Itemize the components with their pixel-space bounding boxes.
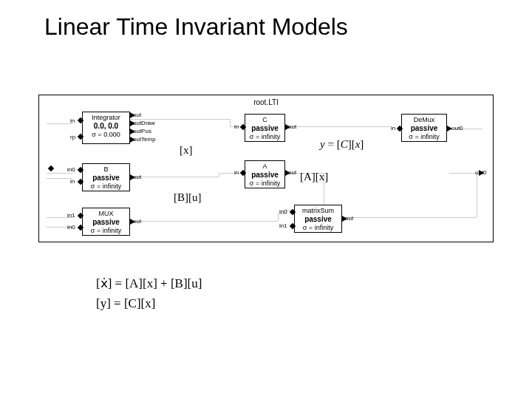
port-out-icon bbox=[130, 174, 135, 180]
block-DeMux[interactable]: DeMux passive σ = infinity bbox=[401, 114, 447, 142]
port-label: in1 bbox=[67, 212, 75, 219]
wire bbox=[477, 173, 477, 217]
port-out-icon bbox=[479, 170, 484, 176]
block-C[interactable]: C passive σ = infinity bbox=[245, 114, 285, 142]
slide-title: Linear Time Invariant Models bbox=[44, 13, 348, 41]
block-name: B bbox=[84, 166, 128, 174]
port-label: in1 bbox=[279, 222, 287, 229]
wire bbox=[47, 178, 72, 179]
wire bbox=[47, 123, 72, 124]
math-label-x: [x] bbox=[180, 144, 193, 157]
block-name: MUX bbox=[84, 210, 128, 218]
block-sigma: σ = infinity bbox=[247, 180, 283, 188]
wire bbox=[134, 177, 219, 177]
block-matrixSum[interactable]: matrixSum passive σ = infinity bbox=[294, 205, 342, 233]
block-name: C bbox=[247, 116, 283, 124]
root-label: root.LTI bbox=[253, 98, 279, 106]
block-state: passive bbox=[247, 124, 283, 133]
equation-2: [y] = [C][x] bbox=[96, 293, 202, 313]
port-label: in0 bbox=[279, 208, 287, 215]
port-label: in bbox=[70, 178, 75, 185]
port-label: outTemp bbox=[133, 136, 156, 143]
port-out-icon bbox=[130, 120, 135, 126]
block-sigma: σ = infinity bbox=[84, 227, 128, 235]
wire bbox=[379, 126, 390, 127]
port-out-icon bbox=[130, 137, 135, 143]
block-state: passive bbox=[247, 171, 283, 180]
wire bbox=[344, 217, 477, 218]
equations: [ẋ] = [A][x] + [B][u] [y] = [C][x] bbox=[96, 273, 202, 313]
port-label: in bbox=[234, 123, 239, 130]
port-label: rp bbox=[70, 134, 75, 140]
block-A[interactable]: A passive σ = infinity bbox=[245, 160, 285, 188]
wire bbox=[278, 214, 279, 221]
math-label-y: y = [C][x] bbox=[320, 138, 364, 151]
block-state: passive bbox=[84, 174, 128, 183]
equation-1: [ẋ] = [A][x] + [B][u] bbox=[96, 273, 202, 293]
port-label: in0 bbox=[67, 224, 75, 231]
port-label: outPos bbox=[133, 128, 151, 134]
port-out-icon bbox=[342, 216, 347, 222]
math-label-Ax: [A][x] bbox=[300, 171, 328, 183]
block-sigma: σ = 0.000 bbox=[84, 131, 128, 139]
block-integrator[interactable]: Integrator 0.0, 0.0 σ = 0.000 bbox=[82, 112, 130, 144]
block-state: passive bbox=[84, 218, 128, 227]
port-out-icon bbox=[285, 170, 290, 176]
block-name: Integrator bbox=[84, 114, 128, 122]
block-sigma: σ = infinity bbox=[84, 183, 128, 191]
wire bbox=[134, 221, 278, 222]
block-state: passive bbox=[296, 215, 340, 224]
math-label-Bu: [B][u] bbox=[174, 191, 202, 204]
block-sigma: σ = infinity bbox=[247, 133, 283, 141]
wire bbox=[230, 119, 231, 126]
block-name: DeMux bbox=[403, 116, 445, 124]
block-name: matrixSum bbox=[296, 207, 340, 215]
wire bbox=[47, 173, 72, 174]
port-label: in bbox=[70, 117, 75, 124]
block-value: 0.0, 0.0 bbox=[84, 122, 128, 131]
port-label: in bbox=[391, 125, 395, 132]
port-in-icon bbox=[48, 166, 54, 171]
port-out-icon bbox=[130, 219, 135, 225]
port-label: outDraw bbox=[133, 120, 155, 126]
port-out-icon bbox=[285, 124, 290, 130]
block-B[interactable]: B passive σ = infinity bbox=[82, 163, 130, 191]
block-name: A bbox=[247, 163, 283, 171]
block-sigma: σ = infinity bbox=[403, 133, 445, 141]
block-MUX[interactable]: MUX passive σ = infinity bbox=[82, 208, 130, 236]
block-state: passive bbox=[403, 124, 445, 133]
port-out-icon bbox=[447, 126, 452, 132]
block-sigma: σ = infinity bbox=[296, 224, 340, 232]
port-out-icon bbox=[130, 129, 135, 134]
wire bbox=[287, 126, 379, 127]
port-out-icon bbox=[130, 112, 135, 118]
port-label: in bbox=[234, 169, 239, 176]
port-label: in0 bbox=[67, 166, 75, 173]
diagram-frame: root.LTI Integrator 0.0, 0.0 σ = 0.000 i… bbox=[38, 95, 494, 242]
port-label: out0 bbox=[451, 125, 463, 132]
